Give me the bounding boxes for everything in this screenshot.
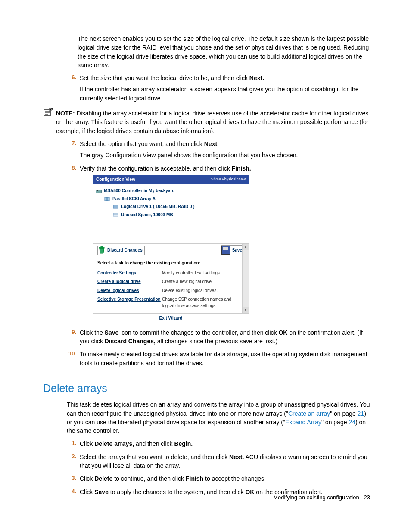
page-link[interactable]: 24 xyxy=(349,419,355,426)
svg-rect-11 xyxy=(113,215,118,216)
tree-item[interactable]: MSA500 Controller in My backyard xyxy=(104,188,175,194)
discard-changes-button[interactable]: Discard Changes xyxy=(97,246,145,255)
tree-item[interactable]: Logical Drive 1 ( 10466 MB, RAID 0 ) xyxy=(121,204,195,210)
svg-rect-8 xyxy=(113,205,118,207)
task-link[interactable]: Controller Settings xyxy=(97,270,162,277)
show-physical-view-link[interactable]: Show Physical View xyxy=(211,177,246,183)
page-link[interactable]: 21 xyxy=(358,410,364,417)
task-desc: Change SSP connection names and logical … xyxy=(162,296,240,309)
config-view-screenshot: Configuration View Show Physical View MS… xyxy=(93,175,249,322)
create-array-link[interactable]: Create an array xyxy=(288,410,330,417)
task-link[interactable]: Create a logical drive xyxy=(97,279,162,285)
step-number: 2. xyxy=(67,453,76,461)
step-number: 3. xyxy=(67,474,76,482)
step-text: To make newly created logical drives ava… xyxy=(80,351,367,366)
step-number: 7. xyxy=(67,140,76,148)
task-link[interactable]: Selective Storage Presentation xyxy=(97,296,162,309)
svg-rect-10 xyxy=(113,213,118,215)
trash-icon xyxy=(98,246,105,254)
save-button[interactable]: Save xyxy=(221,245,244,255)
exit-wizard-link[interactable]: Exit Wizard xyxy=(93,314,249,322)
step-number: 10. xyxy=(67,350,76,358)
tree-item[interactable]: Unused Space, 10003 MB xyxy=(121,212,173,218)
controller-icon xyxy=(96,189,102,194)
svg-rect-7 xyxy=(107,197,109,201)
task-link[interactable]: Delete logical drives xyxy=(97,288,162,294)
floppy-icon xyxy=(221,246,230,255)
intro-paragraph: The next screen enables you to set the s… xyxy=(78,34,370,69)
step-number: 9. xyxy=(67,328,76,336)
tree-item[interactable]: Parallel SCSI Array A xyxy=(112,196,156,202)
step-number: 4. xyxy=(67,488,76,496)
step-text: Click Delete arrays, and then click Begi… xyxy=(80,440,193,447)
svg-rect-13 xyxy=(101,246,103,247)
scrollbar[interactable]: ▲ ▼ xyxy=(242,244,249,313)
panel-title: Configuration View xyxy=(96,177,135,183)
step-text: Click Delete to continue, and then click… xyxy=(80,475,266,482)
step-number: 8. xyxy=(67,164,76,172)
step-text: Select the arrays that you want to delet… xyxy=(80,454,367,469)
section-paragraph: This task deletes logical drives on an a… xyxy=(67,400,370,435)
step-text: Set the size that you want the logical d… xyxy=(80,75,264,81)
step-paragraph: The gray Configuration View panel shows … xyxy=(80,151,370,159)
array-icon xyxy=(104,196,110,202)
step-number: 6. xyxy=(67,74,76,82)
page-footer: Modifying an existing configuration 23 xyxy=(273,494,370,502)
step-paragraph: If the controller has an array accelerat… xyxy=(80,85,370,103)
document-page: The next screen enables you to set the s… xyxy=(0,0,411,532)
task-prompt: Select a task to change the existing con… xyxy=(93,257,249,269)
svg-rect-9 xyxy=(113,207,118,208)
step-text: Click the Save icon to commit the change… xyxy=(80,329,363,345)
note-block: NOTE: Disabling the array accelerator fo… xyxy=(56,109,370,135)
step-text: Verify that the configuration is accepta… xyxy=(80,165,251,172)
expand-array-link[interactable]: Expand Array xyxy=(285,419,321,426)
svg-rect-6 xyxy=(105,197,107,201)
section-heading: Delete arrays xyxy=(43,380,370,396)
task-desc: Create a new logical drive. xyxy=(162,279,240,285)
logical-drive-icon xyxy=(113,205,119,210)
step-number: 1. xyxy=(67,439,76,448)
config-tree: MSA500 Controller in My backyard Paralle… xyxy=(93,184,249,230)
note-icon xyxy=(43,108,53,116)
svg-rect-5 xyxy=(97,190,98,191)
step-text: Select the option that you want, and the… xyxy=(80,140,219,147)
task-desc: Modify controller level settings. xyxy=(162,270,240,277)
unused-space-icon xyxy=(113,212,119,218)
task-desc: Delete existing logical drives. xyxy=(162,288,240,294)
